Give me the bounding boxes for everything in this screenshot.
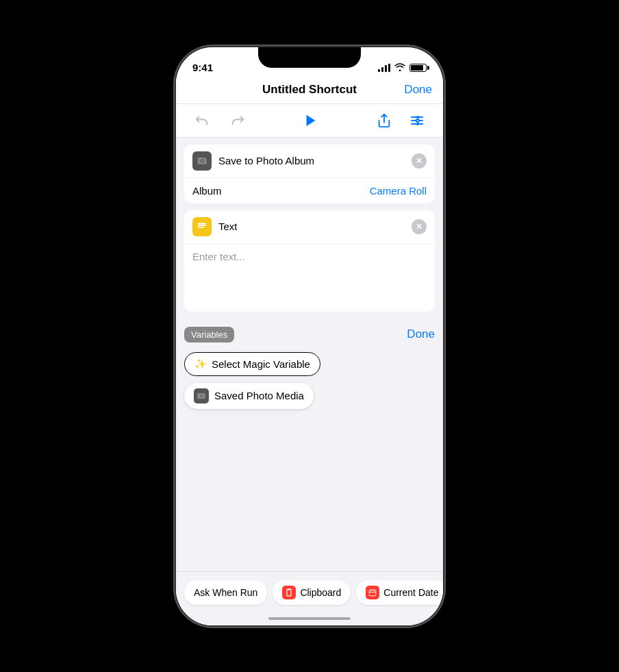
toolbar-right	[372, 108, 429, 133]
wifi-icon	[394, 63, 405, 73]
saved-photo-label: Saved Photo Media	[214, 390, 304, 401]
svg-point-18	[201, 395, 202, 396]
settings-button[interactable]	[405, 108, 429, 133]
save-to-photo-header-left: Save to Photo Album	[192, 151, 314, 171]
nav-done-button[interactable]: Done	[398, 83, 432, 97]
save-to-photo-title: Save to Photo Album	[218, 155, 314, 166]
saved-photo-icon	[194, 388, 209, 403]
magic-variable-button[interactable]: ✨ Select Magic Variable	[184, 352, 320, 376]
text-header: Text ✕	[184, 210, 435, 243]
undo-button[interactable]	[190, 108, 214, 133]
text-title: Text	[218, 221, 238, 232]
toolbar	[176, 104, 443, 138]
signal-icon	[378, 64, 390, 72]
current-date-label: Current Date	[383, 587, 438, 598]
text-icon	[192, 217, 212, 236]
svg-rect-19	[287, 589, 291, 596]
saved-photo-button[interactable]: Saved Photo Media	[184, 383, 314, 409]
svg-rect-21	[370, 590, 377, 595]
svg-marker-0	[307, 114, 316, 126]
share-button[interactable]	[372, 108, 396, 133]
redo-button[interactable]	[225, 108, 250, 133]
notch	[258, 47, 361, 68]
save-to-photo-card: Save to Photo Album ✕ Album Camera Roll	[184, 145, 435, 203]
current-date-icon	[366, 586, 379, 599]
clipboard-label: Clipboard	[300, 587, 341, 598]
clipboard-icon	[282, 586, 296, 599]
magic-variable-label: Select Magic Variable	[212, 358, 310, 370]
magic-wand-icon: ✨	[194, 358, 206, 369]
phone-frame: 9:41 Untitled Shor	[176, 47, 443, 625]
play-button[interactable]	[299, 108, 323, 133]
save-to-photo-body: Album Camera Roll	[184, 177, 435, 203]
clipboard-pill[interactable]: Clipboard	[273, 580, 351, 605]
variables-done-button[interactable]: Done	[407, 327, 435, 341]
svg-point-14	[201, 160, 203, 162]
ask-when-run-label: Ask When Run	[194, 587, 257, 598]
current-date-pill[interactable]: Current Date	[356, 580, 443, 605]
variables-header: Variables Done	[184, 327, 435, 343]
text-card: Text ✕ Enter text...	[184, 210, 435, 312]
text-placeholder: Enter text...	[192, 251, 245, 262]
save-to-photo-close-button[interactable]: ✕	[412, 153, 427, 169]
battery-icon	[409, 64, 427, 72]
text-header-left: Text	[192, 217, 238, 236]
text-input-area[interactable]: Enter text...	[184, 243, 435, 312]
album-label: Album	[192, 185, 222, 197]
toolbar-left	[190, 108, 250, 133]
text-close-button[interactable]: ✕	[412, 219, 427, 234]
save-to-photo-header: Save to Photo Album ✕	[184, 145, 435, 177]
save-to-photo-icon	[192, 151, 212, 171]
nav-title: Untitled Shortcut	[221, 83, 398, 97]
svg-rect-20	[288, 588, 291, 590]
status-time: 9:41	[192, 62, 213, 73]
home-indicator	[268, 617, 351, 620]
album-value[interactable]: Camera Roll	[370, 185, 427, 197]
nav-bar: Untitled Shortcut Done	[176, 77, 443, 104]
scroll-area: Save to Photo Album ✕ Album Camera Roll	[176, 138, 443, 625]
variables-badge: Variables	[184, 327, 234, 343]
status-icons	[378, 63, 427, 73]
svg-rect-15	[200, 158, 202, 159]
ask-when-run-pill[interactable]: Ask When Run	[184, 580, 267, 605]
screen-content: Untitled Shortcut Done	[176, 77, 443, 625]
